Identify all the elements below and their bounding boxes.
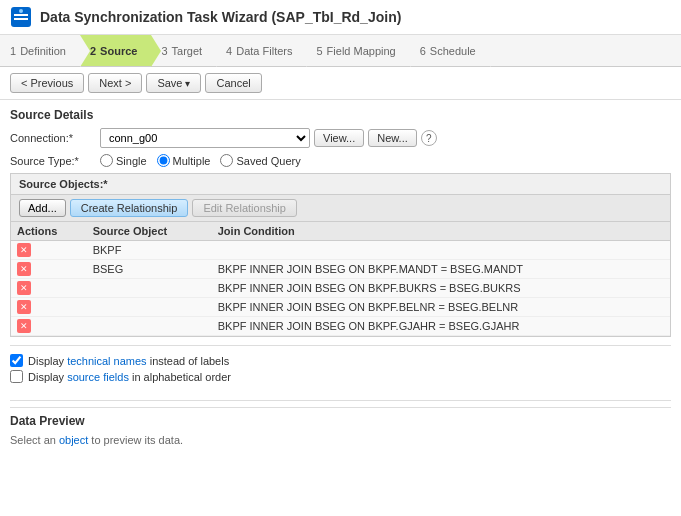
data-preview-title: Data Preview	[10, 414, 671, 428]
delete-icon[interactable]: ✕	[17, 243, 31, 257]
table-row: ✕ BKPF INNER JOIN BSEG ON BKPF.BELNR = B…	[11, 298, 670, 317]
svg-rect-1	[14, 14, 28, 16]
technical-names-checkbox[interactable]	[10, 354, 23, 367]
svg-rect-2	[14, 18, 28, 20]
radio-single-input[interactable]	[100, 154, 113, 167]
table-row: ✕ BSEG BKPF INNER JOIN BSEG ON BKPF.MAND…	[11, 260, 670, 279]
radio-saved-query-input[interactable]	[220, 154, 233, 167]
source-objects-toolbar: Add... Create Relationship Edit Relation…	[11, 195, 670, 222]
join-condition-cell: BKPF INNER JOIN BSEG ON BKPF.MANDT = BSE…	[212, 260, 670, 279]
connection-select[interactable]: conn_g00	[100, 128, 310, 148]
join-condition-cell: BKPF INNER JOIN BSEG ON BKPF.BUKRS = BSE…	[212, 279, 670, 298]
source-object-cell	[87, 298, 212, 317]
col-join-condition: Join Condition	[212, 222, 670, 241]
object-link[interactable]: object	[59, 434, 88, 446]
col-source-object: Source Object	[87, 222, 212, 241]
prev-button[interactable]: < Previous	[10, 73, 84, 93]
connection-label: Connection:*	[10, 132, 100, 144]
step-definition[interactable]: 1 Definition	[0, 35, 80, 66]
radio-multiple[interactable]: Multiple	[157, 154, 211, 167]
alphabetical-checkbox[interactable]	[10, 370, 23, 383]
source-objects-box: Source Objects:* Add... Create Relations…	[10, 173, 671, 337]
app-icon	[10, 6, 32, 28]
source-object-cell: BKPF	[87, 241, 212, 260]
data-preview-text: Select an object to preview its data.	[10, 434, 671, 446]
source-objects-table: Actions Source Object Join Condition ✕ B…	[11, 222, 670, 336]
technical-names-row: Display technical names instead of label…	[10, 354, 671, 367]
save-button[interactable]: Save	[146, 73, 201, 93]
source-objects-header: Source Objects:*	[11, 174, 670, 195]
cancel-button[interactable]: Cancel	[205, 73, 261, 93]
radio-single[interactable]: Single	[100, 154, 147, 167]
table-row: ✕ BKPF INNER JOIN BSEG ON BKPF.BUKRS = B…	[11, 279, 670, 298]
technical-names-label: Display technical names instead of label…	[28, 355, 229, 367]
section-divider	[10, 400, 671, 401]
app-title: Data Synchronization Task Wizard (SAP_Tb…	[40, 9, 401, 25]
checkbox-area: Display technical names instead of label…	[10, 345, 671, 394]
table-row: ✕ BKPF	[11, 241, 670, 260]
create-relationship-button[interactable]: Create Relationship	[70, 199, 189, 217]
join-condition-cell: BKPF INNER JOIN BSEG ON BKPF.GJAHR = BSE…	[212, 317, 670, 336]
main-content: Source Details Connection:* conn_g00 Vie…	[0, 100, 681, 454]
join-condition-cell	[212, 241, 670, 260]
source-object-cell: BSEG	[87, 260, 212, 279]
radio-saved-query[interactable]: Saved Query	[220, 154, 300, 167]
step-data-filters[interactable]: 4 Data Filters	[216, 35, 306, 66]
source-object-cell	[87, 279, 212, 298]
add-button[interactable]: Add...	[19, 199, 66, 217]
next-button[interactable]: Next >	[88, 73, 142, 93]
alphabetical-row: Display source fields in alphabetical or…	[10, 370, 671, 383]
delete-icon[interactable]: ✕	[17, 300, 31, 314]
radio-multiple-input[interactable]	[157, 154, 170, 167]
source-type-radio-group: Single Multiple Saved Query	[100, 154, 301, 167]
delete-icon[interactable]: ✕	[17, 319, 31, 333]
app-header: Data Synchronization Task Wizard (SAP_Tb…	[0, 0, 681, 35]
step-source[interactable]: 2 Source	[80, 35, 151, 66]
table-row: ✕ BKPF INNER JOIN BSEG ON BKPF.GJAHR = B…	[11, 317, 670, 336]
delete-icon[interactable]: ✕	[17, 281, 31, 295]
source-details-title: Source Details	[10, 108, 671, 122]
step-schedule[interactable]: 6 Schedule	[410, 35, 490, 66]
edit-relationship-button[interactable]: Edit Relationship	[192, 199, 297, 217]
data-preview-section: Data Preview Select an object to preview…	[10, 407, 671, 446]
delete-icon[interactable]: ✕	[17, 262, 31, 276]
view-button[interactable]: View...	[314, 129, 364, 147]
new-button[interactable]: New...	[368, 129, 417, 147]
source-fields-link[interactable]: source fields	[67, 371, 129, 383]
technical-names-link[interactable]: technical names	[67, 355, 147, 367]
step-field-mapping[interactable]: 5 Field Mapping	[306, 35, 409, 66]
source-object-cell	[87, 317, 212, 336]
wizard-steps: 1 Definition 2 Source 3 Target 4 Data Fi…	[0, 35, 681, 67]
source-type-label: Source Type:*	[10, 155, 100, 167]
connection-row: Connection:* conn_g00 View... New... ?	[10, 128, 671, 148]
alphabetical-label: Display source fields in alphabetical or…	[28, 371, 231, 383]
help-icon[interactable]: ?	[421, 130, 437, 146]
nav-toolbar: < Previous Next > Save Cancel	[0, 67, 681, 100]
source-type-row: Source Type:* Single Multiple Saved Quer…	[10, 154, 671, 167]
svg-point-3	[19, 9, 23, 13]
join-condition-cell: BKPF INNER JOIN BSEG ON BKPF.BELNR = BSE…	[212, 298, 670, 317]
col-actions: Actions	[11, 222, 87, 241]
